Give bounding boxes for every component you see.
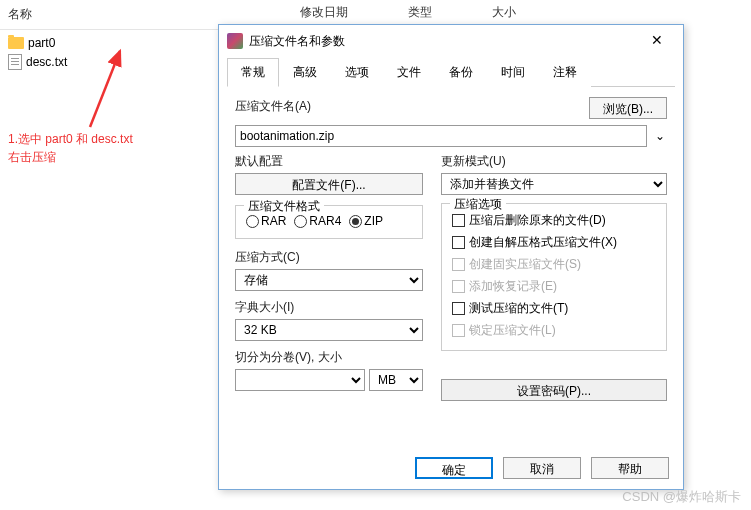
radio-rar[interactable]: RAR bbox=[246, 214, 286, 228]
close-button[interactable]: ✕ bbox=[639, 31, 675, 51]
check-lock: 锁定压缩文件(L) bbox=[452, 322, 656, 339]
method-label: 压缩方式(C) bbox=[235, 249, 423, 266]
check-solid: 创建固实压缩文件(S) bbox=[452, 256, 656, 273]
col-type[interactable]: 类型 bbox=[408, 4, 432, 21]
cancel-button[interactable]: 取消 bbox=[503, 457, 581, 479]
options-legend: 压缩选项 bbox=[450, 196, 506, 213]
update-mode-select[interactable]: 添加并替换文件 bbox=[441, 173, 667, 195]
col-date[interactable]: 修改日期 bbox=[300, 4, 348, 21]
tab-time[interactable]: 时间 bbox=[487, 58, 539, 87]
help-button[interactable]: 帮助 bbox=[591, 457, 669, 479]
tab-options[interactable]: 选项 bbox=[331, 58, 383, 87]
browse-button[interactable]: 浏览(B)... bbox=[589, 97, 667, 119]
watermark: CSDN @爆炸哈斯卡 bbox=[622, 488, 741, 506]
tab-general[interactable]: 常规 bbox=[227, 58, 279, 87]
winrar-icon bbox=[227, 33, 243, 49]
col-name[interactable]: 名称 bbox=[0, 4, 40, 25]
split-label: 切分为分卷(V), 大小 bbox=[235, 349, 423, 366]
password-button[interactable]: 设置密码(P)... bbox=[441, 379, 667, 401]
check-sfx[interactable]: 创建自解压格式压缩文件(X) bbox=[452, 234, 656, 251]
check-delete-after[interactable]: 压缩后删除原来的文件(D) bbox=[452, 212, 656, 229]
update-mode-label: 更新模式(U) bbox=[441, 153, 667, 170]
folder-icon bbox=[8, 37, 24, 49]
tab-comment[interactable]: 注释 bbox=[539, 58, 591, 87]
titlebar[interactable]: 压缩文件名和参数 ✕ bbox=[219, 25, 683, 57]
tab-bar: 常规 高级 选项 文件 备份 时间 注释 bbox=[227, 57, 675, 87]
method-select[interactable]: 存储 bbox=[235, 269, 423, 291]
radio-rar4[interactable]: RAR4 bbox=[294, 214, 341, 228]
format-legend: 压缩文件格式 bbox=[244, 198, 324, 215]
annotation-step1: 1.选中 part0 和 desc.txt 右击压缩 bbox=[8, 130, 133, 166]
radio-zip[interactable]: ZIP bbox=[349, 214, 383, 228]
dialog-title: 压缩文件名和参数 bbox=[249, 33, 633, 50]
filename-label: 压缩文件名(A) bbox=[235, 98, 583, 115]
tab-advanced[interactable]: 高级 bbox=[279, 58, 331, 87]
file-name: part0 bbox=[28, 36, 55, 50]
svg-line-0 bbox=[90, 51, 120, 127]
check-recovery: 添加恢复记录(E) bbox=[452, 278, 656, 295]
col-size[interactable]: 大小 bbox=[492, 4, 516, 21]
split-size-select[interactable] bbox=[235, 369, 365, 391]
config-files-button[interactable]: 配置文件(F)... bbox=[235, 173, 423, 195]
compress-dialog: 压缩文件名和参数 ✕ 常规 高级 选项 文件 备份 时间 注释 压缩文件名(A)… bbox=[218, 24, 684, 490]
dict-select[interactable]: 32 KB bbox=[235, 319, 423, 341]
file-name: desc.txt bbox=[26, 55, 67, 69]
dict-label: 字典大小(I) bbox=[235, 299, 423, 316]
tab-files[interactable]: 文件 bbox=[383, 58, 435, 87]
tab-backup[interactable]: 备份 bbox=[435, 58, 487, 87]
txt-icon bbox=[8, 54, 22, 70]
chevron-down-icon[interactable]: ⌄ bbox=[653, 129, 667, 143]
split-unit-select[interactable]: MB bbox=[369, 369, 423, 391]
filename-input[interactable] bbox=[235, 125, 647, 147]
default-config-label: 默认配置 bbox=[235, 153, 423, 170]
arrow-1 bbox=[80, 45, 160, 135]
check-test[interactable]: 测试压缩的文件(T) bbox=[452, 300, 656, 317]
ok-button[interactable]: 确定 bbox=[415, 457, 493, 479]
